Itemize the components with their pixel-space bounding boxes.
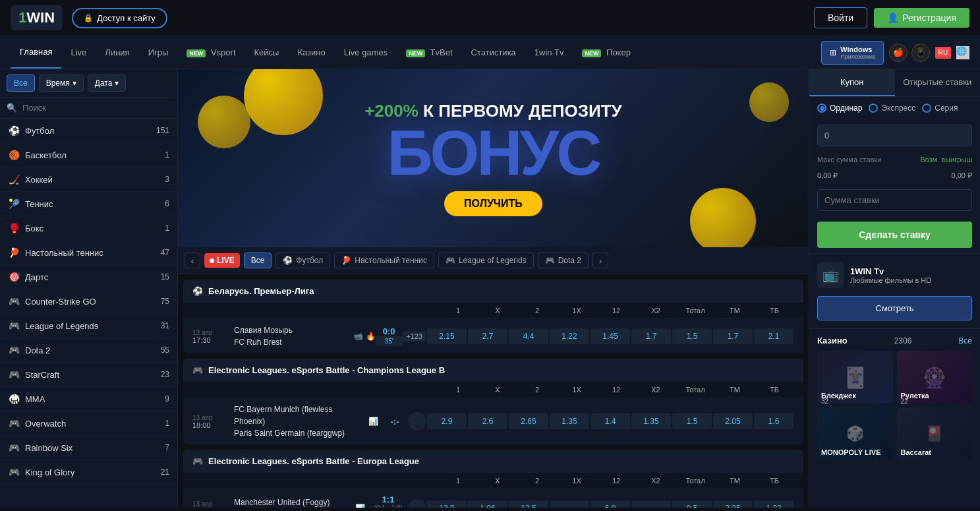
list-item[interactable]: 🏒 Хоккей 3: [0, 167, 177, 192]
odd-1-1[interactable]: 2.15: [427, 328, 467, 344]
list-item[interactable]: 🎾 Теннис 6: [0, 192, 177, 216]
odd-2-4[interactable]: 1.35: [550, 413, 589, 429]
sport-icon: 🎮: [8, 466, 20, 478]
language-selector[interactable]: RU: [935, 47, 951, 59]
list-item[interactable]: 🎴 Baccarat: [897, 407, 973, 460]
odd-2-1[interactable]: 2.9: [427, 413, 467, 429]
nav-item-games[interactable]: Игры: [139, 37, 178, 68]
odd-3-3[interactable]: 12.5: [509, 500, 548, 508]
bet-type-express[interactable]: Экспресс: [869, 104, 915, 113]
coeff-input[interactable]: [817, 125, 972, 146]
list-item[interactable]: 🎮 King of Glory 21: [0, 460, 177, 485]
odd-3-1[interactable]: 12.0: [427, 500, 467, 508]
new-badge-2: NEW: [406, 49, 425, 57]
odd-3-5[interactable]: 6.0: [591, 500, 630, 508]
sport-name: Дартс: [25, 272, 156, 282]
live-filter-football[interactable]: ⚽ Футбол: [275, 253, 330, 268]
odd-1-9[interactable]: 2.1: [754, 328, 793, 344]
nav-item-line[interactable]: Линия: [96, 37, 138, 68]
login-button[interactable]: Войти: [814, 7, 867, 28]
mobile-icon[interactable]: 📱: [911, 44, 930, 62]
odd-1-2[interactable]: 2.7: [468, 328, 507, 344]
nav-item-1wintv[interactable]: 1win Tv: [525, 37, 573, 68]
live-prev-btn[interactable]: ‹: [185, 253, 200, 268]
filter-date-btn[interactable]: Дата ▾: [88, 75, 127, 92]
nav-item-tvbet[interactable]: NEW TvBet: [397, 37, 461, 68]
filter-time-btn[interactable]: Время ▾: [39, 75, 84, 92]
odd-1-4[interactable]: 1.22: [550, 328, 589, 344]
list-item[interactable]: 🎮 League of Legends 31: [0, 314, 177, 338]
nav-item-live[interactable]: Live: [61, 37, 96, 68]
match-score-3: 1:1 (0:1 - 1:0) 8': [368, 495, 408, 508]
live-filter-all[interactable]: Все: [244, 253, 272, 268]
casino-grid: 🃏 Блекджек 32 🎡 Рулетка 22 🎲 MON: [817, 351, 972, 460]
odd-1-6[interactable]: 1.7: [631, 328, 671, 344]
make-bet-button[interactable]: Сделать ставку: [817, 222, 972, 248]
odd-2-5[interactable]: 1.4: [591, 413, 630, 429]
nav-item-cases[interactable]: Кейсы: [245, 37, 289, 68]
bet-type-ordinar[interactable]: Ординар: [817, 104, 862, 113]
stake-input[interactable]: [817, 189, 972, 211]
nav-item-vsport[interactable]: NEW Vsport: [177, 37, 245, 68]
odds-cells-1: 1 X 2 1X 12 X2 Тотал ТМ ТБ: [438, 307, 794, 315]
access-button[interactable]: Доступ к сайту: [72, 8, 167, 28]
odd-2-3[interactable]: 2.65: [509, 413, 548, 429]
live-next-btn[interactable]: ›: [592, 253, 608, 268]
windows-platform-btn[interactable]: ⊞ Windows Приложение: [821, 41, 884, 65]
live-filter-lol[interactable]: 🎮 League of Legends: [438, 253, 534, 268]
odd-2-7[interactable]: 1.5: [672, 413, 712, 429]
odd-2-2[interactable]: 2.6: [468, 413, 507, 429]
list-item[interactable]: ⚽ Футбол 151: [0, 119, 177, 143]
list-item[interactable]: 🃏 Блекджек 32: [817, 351, 893, 404]
odd-3-2[interactable]: 1.06: [468, 500, 507, 508]
more-bets-btn-1[interactable]: +123: [402, 331, 426, 342]
odd-3-6[interactable]: -: [631, 500, 671, 508]
list-item[interactable]: 🎮 Counter-Strike GO 75: [0, 289, 177, 314]
odd-1-3[interactable]: 4.4: [509, 328, 548, 344]
odd-3-4[interactable]: -: [550, 500, 589, 508]
list-item[interactable]: 🎲 MONOPOLY LIVE: [817, 407, 893, 460]
list-item[interactable]: 🎯 Дартс 15: [0, 265, 177, 289]
event-header-1: ⚽ Беларусь. Премьер-Лига: [183, 280, 803, 303]
list-item[interactable]: 🎡 Рулетка 22: [897, 351, 973, 404]
list-item[interactable]: 🥊 Бокс 1: [0, 216, 177, 241]
odd-2-8[interactable]: 2.05: [713, 413, 753, 429]
live-filter-dota2[interactable]: 🎮 Dota 2: [538, 253, 589, 268]
stake-input-wrap: [809, 184, 980, 216]
odd-2-9[interactable]: 1.6: [754, 413, 793, 429]
list-item[interactable]: 🏓 Настольный теннис 47: [0, 241, 177, 265]
nav-item-casino[interactable]: Казино: [288, 37, 334, 68]
bet-type-series[interactable]: Серия: [922, 104, 958, 113]
list-item[interactable]: 🏀 Баскетбол 1: [0, 143, 177, 167]
odd-1-5[interactable]: 1.45: [591, 328, 630, 344]
odds-cells-3: 1 X 2 1X 12 X2 Тотал ТМ ТБ: [438, 477, 794, 485]
list-item[interactable]: 🎮 Overwatch 1: [0, 411, 177, 436]
nav-item-poker[interactable]: NEW Покер: [573, 37, 640, 68]
odd-1-8[interactable]: 1.7: [713, 328, 753, 344]
user-avatar[interactable]: 🌐: [956, 46, 969, 59]
sport-icon: 🎮: [8, 442, 20, 454]
odd-1-7[interactable]: 1.5: [672, 328, 712, 344]
odd-2-6[interactable]: 1.35: [631, 413, 671, 429]
get-bonus-button[interactable]: ПОЛУЧИТЬ: [444, 191, 542, 216]
list-item[interactable]: 🎮 StarCraft 23: [0, 363, 177, 387]
live-filter-tabletennis[interactable]: 🏓 Настольный теннис: [334, 253, 434, 268]
nav-item-livegames[interactable]: Live games: [335, 37, 397, 68]
odd-3-8[interactable]: 3.35: [713, 500, 753, 508]
odd-3-9[interactable]: 1.22: [754, 500, 793, 508]
watch-button[interactable]: Смотреть: [817, 296, 972, 320]
list-item[interactable]: 🎮 Rainbow Six 7: [0, 436, 177, 460]
tab-coupon[interactable]: Купон: [809, 69, 895, 96]
odd-3-7[interactable]: 0.5: [672, 500, 712, 508]
register-button[interactable]: 👤 Регистрация: [874, 8, 969, 28]
list-item[interactable]: 🥋 MMA 9: [0, 387, 177, 411]
filter-all-btn[interactable]: Все: [7, 75, 35, 92]
casino-all-link[interactable]: Все: [958, 336, 972, 346]
list-item[interactable]: 🎮 Dota 2 55: [0, 338, 177, 363]
nav-item-stats[interactable]: Статистика: [462, 37, 525, 68]
apple-icon[interactable]: 🍎: [889, 44, 908, 62]
tab-open-bets[interactable]: Открытые ставки: [895, 69, 981, 96]
nav-item-home[interactable]: Главная: [11, 36, 61, 69]
search-input[interactable]: [22, 103, 171, 113]
sport-count: 1: [165, 419, 169, 428]
